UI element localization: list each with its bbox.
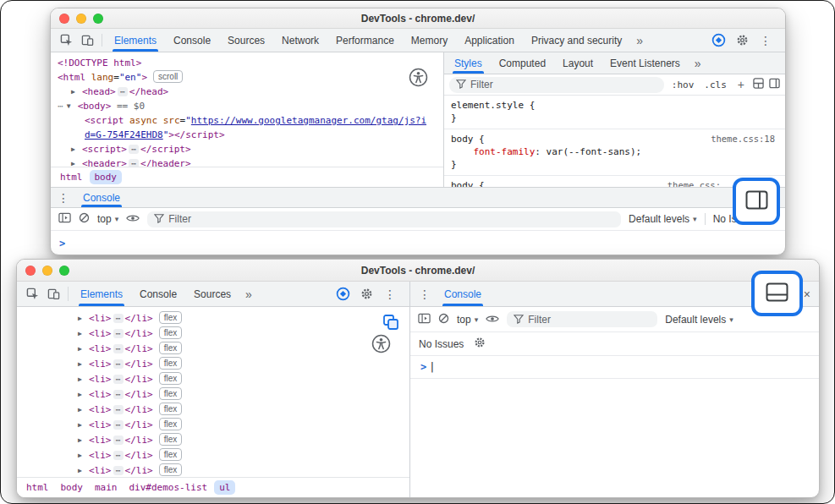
minimize-traffic-light[interactable] xyxy=(42,266,52,276)
token-arrow[interactable]: ▶ xyxy=(78,357,89,372)
breadcrumb-item-html[interactable]: html xyxy=(55,170,88,184)
more-sidebar-tabs-icon[interactable]: » xyxy=(689,52,707,74)
tab-sources[interactable]: Sources xyxy=(185,282,239,306)
dom-tree-line[interactable]: ▶<li>⋯</li>flex xyxy=(17,326,409,342)
token-arrow[interactable]: ▶ xyxy=(78,372,89,387)
token-dots[interactable]: ⋯ xyxy=(113,344,124,353)
tab-memory[interactable]: Memory xyxy=(403,29,456,52)
tab-network[interactable]: Network xyxy=(273,29,327,52)
new-style-rule-button[interactable]: + xyxy=(734,78,748,91)
console-sidebar-icon[interactable] xyxy=(418,312,431,327)
token-dots[interactable]: ⋯ xyxy=(113,375,124,384)
clear-console-icon[interactable] xyxy=(79,211,90,227)
overflow-menu-icon[interactable]: ⋮ xyxy=(755,34,777,47)
token-dots[interactable]: ⋯ xyxy=(113,451,124,460)
dom-tree-line[interactable]: <!DOCTYPE html> xyxy=(51,56,443,70)
token-link[interactable]: d=G-754F24EHD8 xyxy=(85,129,163,140)
device-toolbar-icon[interactable] xyxy=(77,29,98,52)
console-prompt-row[interactable]: > | xyxy=(410,356,819,379)
token-badge[interactable]: flex xyxy=(159,326,183,339)
token-link[interactable]: https://www.googletagmanager.com/gtag/js… xyxy=(191,115,426,126)
dock-to-bottom-icon[interactable] xyxy=(766,282,788,305)
token-badge[interactable]: flex xyxy=(159,463,183,476)
style-rule-line[interactable]: font-family: var(--font-sans); xyxy=(444,145,785,158)
accessibility-icon[interactable] xyxy=(409,68,428,87)
issues-counter[interactable]: No Issues xyxy=(419,338,464,350)
drawer-overflow-menu-icon[interactable]: ⋮ xyxy=(52,188,74,207)
token-badge[interactable]: flex xyxy=(159,357,183,370)
token-arrow[interactable]: ▶ xyxy=(78,387,89,403)
dom-tree-line[interactable]: ▶<li>⋯</li>flex xyxy=(17,463,409,477)
dom-tree-line[interactable]: ▶<li>⋯</li>flex xyxy=(17,342,409,357)
breadcrumb-item-div-demos-list[interactable]: div#demos-list xyxy=(124,480,213,495)
style-source-link[interactable]: theme.css: xyxy=(667,180,721,187)
dom-tree-line[interactable]: <html lang="en">scroll xyxy=(51,70,443,85)
token-badge[interactable]: flex xyxy=(159,387,183,400)
tab-console[interactable]: Console xyxy=(74,188,129,207)
dom-tree-line[interactable]: <script async src="https://www.googletag… xyxy=(51,113,443,128)
style-rule-line[interactable]: element.style { xyxy=(444,99,785,112)
token-badge[interactable]: flex xyxy=(159,403,183,415)
sidebar-toggle-icon[interactable] xyxy=(769,77,780,92)
console-context-selector[interactable]: top▾ xyxy=(97,213,118,225)
dom-tree-line[interactable]: ▶<header>⋯</header> xyxy=(51,156,443,167)
token-arrow[interactable]: ▶ xyxy=(71,156,82,167)
token-arrow[interactable]: ▶ xyxy=(78,326,89,342)
tab-privacy-and-security[interactable]: Privacy and security xyxy=(523,29,630,52)
console-settings-gear-icon[interactable] xyxy=(474,337,486,352)
token-badge[interactable]: flex xyxy=(159,418,183,430)
dom-tree-line[interactable]: ▶<head>⋯</head> xyxy=(51,85,443,99)
ai-assistant-icon[interactable] xyxy=(332,287,354,301)
token-dots[interactable]: ⋯ xyxy=(113,466,124,475)
breadcrumb-item-html[interactable]: html xyxy=(21,480,54,495)
token-dots[interactable]: ⋯ xyxy=(113,420,124,430)
token-badge[interactable]: flex xyxy=(159,342,183,354)
tab-elements[interactable]: Elements xyxy=(72,282,131,306)
token-arrow[interactable]: ▶ xyxy=(71,142,82,156)
toggle-class-button[interactable]: .cls xyxy=(701,79,729,90)
token-arrow[interactable]: ▶ xyxy=(78,463,89,477)
overlapping-squares-icon[interactable] xyxy=(382,314,399,331)
token-dots[interactable]: ⋯ xyxy=(118,87,128,96)
ai-assistant-icon[interactable] xyxy=(707,33,730,47)
close-traffic-light[interactable] xyxy=(25,266,36,276)
token-badge[interactable]: flex xyxy=(159,433,183,446)
inspect-element-icon[interactable] xyxy=(56,29,77,52)
dom-tree-line[interactable]: ▶<li>⋯</li>flex xyxy=(17,357,409,372)
dom-tree-line[interactable]: d=G-754F24EHD8"></script> xyxy=(51,128,443,142)
settings-gear-icon[interactable] xyxy=(356,288,377,300)
breadcrumb-item-body[interactable]: body xyxy=(56,480,89,495)
log-levels-selector[interactable]: Default levels▾ xyxy=(665,314,733,326)
layout-grid-icon[interactable] xyxy=(753,77,764,92)
accessibility-icon[interactable] xyxy=(371,334,391,353)
device-toolbar-icon[interactable] xyxy=(43,282,64,306)
console-filter-input[interactable] xyxy=(528,314,651,326)
dom-tree-line[interactable]: ▶<script>⋯</script> xyxy=(51,142,443,156)
dom-tree-line[interactable]: ▶<li>⋯</li>flex xyxy=(17,418,409,433)
clear-console-icon[interactable] xyxy=(438,312,449,327)
dom-tree-line[interactable]: ▶<li>⋯</li>flex xyxy=(17,311,409,326)
token-arrow[interactable]: ▼ xyxy=(67,99,78,113)
breadcrumb-item-body[interactable]: body xyxy=(90,170,123,184)
token-arrow[interactable]: ▶ xyxy=(78,311,89,326)
token-arrow[interactable]: ▶ xyxy=(78,433,89,448)
inspect-element-icon[interactable] xyxy=(22,282,43,306)
tab-computed[interactable]: Computed xyxy=(491,52,554,74)
token-badge[interactable]: flex xyxy=(159,311,183,324)
log-levels-selector[interactable]: Default levels▾ xyxy=(629,213,697,225)
minimize-traffic-light[interactable] xyxy=(76,14,86,24)
token-badge[interactable]: scroll xyxy=(153,70,183,83)
console-filter-input[interactable] xyxy=(168,213,614,225)
toggle-element-state-button[interactable]: :hov xyxy=(669,79,697,90)
style-rule-line[interactable]: } xyxy=(444,158,785,171)
token-badge[interactable]: flex xyxy=(159,448,183,461)
token-dots[interactable]: ⋯ xyxy=(113,314,124,323)
tab-performance[interactable]: Performance xyxy=(327,29,403,52)
console-context-selector[interactable]: top▾ xyxy=(457,314,478,326)
console-prompt[interactable]: > xyxy=(59,238,65,249)
dom-tree-line[interactable]: ▶<li>⋯</li>flex xyxy=(17,372,409,387)
tab-event-listeners[interactable]: Event Listeners xyxy=(602,52,689,74)
token-dots[interactable]: ⋯ xyxy=(113,436,124,445)
eye-icon[interactable] xyxy=(486,312,499,327)
tab-elements[interactable]: Elements xyxy=(106,29,165,52)
